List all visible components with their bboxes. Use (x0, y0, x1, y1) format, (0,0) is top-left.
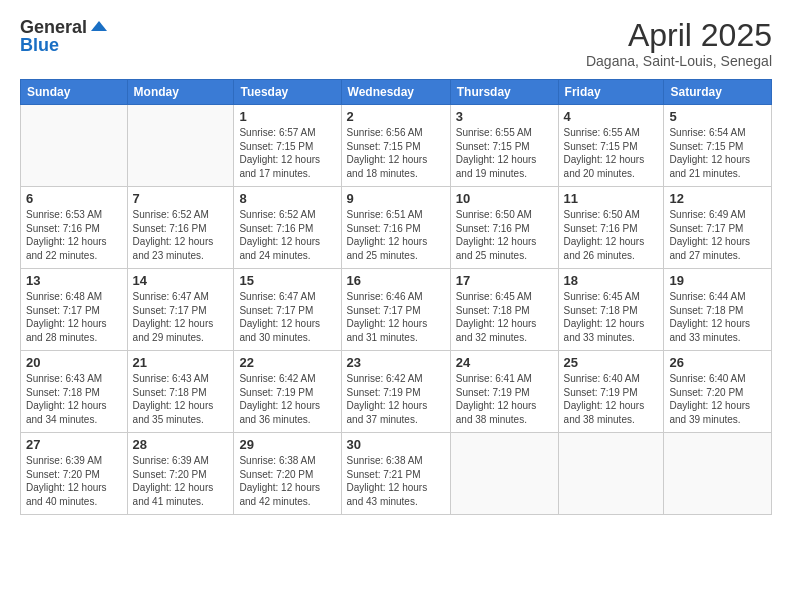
title-month: April 2025 (586, 18, 772, 53)
logo: General Blue (20, 18, 107, 54)
day-number: 6 (26, 191, 122, 206)
calendar-cell (450, 433, 558, 515)
calendar-cell: 7Sunrise: 6:52 AMSunset: 7:16 PMDaylight… (127, 187, 234, 269)
logo-general: General (20, 18, 87, 36)
week-row-1: 1Sunrise: 6:57 AMSunset: 7:15 PMDaylight… (21, 105, 772, 187)
day-info: Sunrise: 6:46 AMSunset: 7:17 PMDaylight:… (347, 290, 445, 344)
calendar-cell: 1Sunrise: 6:57 AMSunset: 7:15 PMDaylight… (234, 105, 341, 187)
calendar-cell: 5Sunrise: 6:54 AMSunset: 7:15 PMDaylight… (664, 105, 772, 187)
day-info: Sunrise: 6:49 AMSunset: 7:17 PMDaylight:… (669, 208, 766, 262)
title-location: Dagana, Saint-Louis, Senegal (586, 53, 772, 69)
day-number: 12 (669, 191, 766, 206)
weekday-header-wednesday: Wednesday (341, 80, 450, 105)
calendar-cell (21, 105, 128, 187)
calendar-cell: 30Sunrise: 6:38 AMSunset: 7:21 PMDayligh… (341, 433, 450, 515)
day-info: Sunrise: 6:52 AMSunset: 7:16 PMDaylight:… (239, 208, 335, 262)
weekday-header-row: SundayMondayTuesdayWednesdayThursdayFrid… (21, 80, 772, 105)
svg-marker-0 (91, 21, 107, 31)
day-info: Sunrise: 6:41 AMSunset: 7:19 PMDaylight:… (456, 372, 553, 426)
calendar-cell: 29Sunrise: 6:38 AMSunset: 7:20 PMDayligh… (234, 433, 341, 515)
day-number: 14 (133, 273, 229, 288)
calendar-cell: 15Sunrise: 6:47 AMSunset: 7:17 PMDayligh… (234, 269, 341, 351)
day-info: Sunrise: 6:54 AMSunset: 7:15 PMDaylight:… (669, 126, 766, 180)
day-number: 1 (239, 109, 335, 124)
day-number: 27 (26, 437, 122, 452)
calendar-cell: 8Sunrise: 6:52 AMSunset: 7:16 PMDaylight… (234, 187, 341, 269)
day-info: Sunrise: 6:40 AMSunset: 7:20 PMDaylight:… (669, 372, 766, 426)
title-block: April 2025 Dagana, Saint-Louis, Senegal (586, 18, 772, 69)
calendar-cell: 26Sunrise: 6:40 AMSunset: 7:20 PMDayligh… (664, 351, 772, 433)
calendar-cell: 25Sunrise: 6:40 AMSunset: 7:19 PMDayligh… (558, 351, 664, 433)
day-number: 3 (456, 109, 553, 124)
week-row-2: 6Sunrise: 6:53 AMSunset: 7:16 PMDaylight… (21, 187, 772, 269)
calendar-cell: 9Sunrise: 6:51 AMSunset: 7:16 PMDaylight… (341, 187, 450, 269)
calendar-cell: 12Sunrise: 6:49 AMSunset: 7:17 PMDayligh… (664, 187, 772, 269)
day-info: Sunrise: 6:51 AMSunset: 7:16 PMDaylight:… (347, 208, 445, 262)
day-info: Sunrise: 6:50 AMSunset: 7:16 PMDaylight:… (456, 208, 553, 262)
calendar-cell: 17Sunrise: 6:45 AMSunset: 7:18 PMDayligh… (450, 269, 558, 351)
calendar-cell: 14Sunrise: 6:47 AMSunset: 7:17 PMDayligh… (127, 269, 234, 351)
day-number: 29 (239, 437, 335, 452)
calendar-cell: 2Sunrise: 6:56 AMSunset: 7:15 PMDaylight… (341, 105, 450, 187)
calendar-cell (558, 433, 664, 515)
calendar-cell: 3Sunrise: 6:55 AMSunset: 7:15 PMDaylight… (450, 105, 558, 187)
calendar-cell: 27Sunrise: 6:39 AMSunset: 7:20 PMDayligh… (21, 433, 128, 515)
calendar-cell: 10Sunrise: 6:50 AMSunset: 7:16 PMDayligh… (450, 187, 558, 269)
day-info: Sunrise: 6:43 AMSunset: 7:18 PMDaylight:… (133, 372, 229, 426)
day-number: 11 (564, 191, 659, 206)
calendar-cell: 18Sunrise: 6:45 AMSunset: 7:18 PMDayligh… (558, 269, 664, 351)
calendar-cell: 24Sunrise: 6:41 AMSunset: 7:19 PMDayligh… (450, 351, 558, 433)
day-number: 24 (456, 355, 553, 370)
logo-icon (89, 17, 107, 35)
day-info: Sunrise: 6:55 AMSunset: 7:15 PMDaylight:… (456, 126, 553, 180)
week-row-5: 27Sunrise: 6:39 AMSunset: 7:20 PMDayligh… (21, 433, 772, 515)
day-number: 2 (347, 109, 445, 124)
day-number: 19 (669, 273, 766, 288)
day-info: Sunrise: 6:56 AMSunset: 7:15 PMDaylight:… (347, 126, 445, 180)
day-info: Sunrise: 6:53 AMSunset: 7:16 PMDaylight:… (26, 208, 122, 262)
calendar-cell: 21Sunrise: 6:43 AMSunset: 7:18 PMDayligh… (127, 351, 234, 433)
day-number: 13 (26, 273, 122, 288)
day-info: Sunrise: 6:44 AMSunset: 7:18 PMDaylight:… (669, 290, 766, 344)
calendar-cell: 11Sunrise: 6:50 AMSunset: 7:16 PMDayligh… (558, 187, 664, 269)
weekday-header-friday: Friday (558, 80, 664, 105)
day-info: Sunrise: 6:42 AMSunset: 7:19 PMDaylight:… (347, 372, 445, 426)
day-info: Sunrise: 6:55 AMSunset: 7:15 PMDaylight:… (564, 126, 659, 180)
day-number: 4 (564, 109, 659, 124)
weekday-header-sunday: Sunday (21, 80, 128, 105)
page: General Blue April 2025 Dagana, Saint-Lo… (0, 0, 792, 612)
logo-blue: Blue (20, 36, 107, 54)
day-number: 30 (347, 437, 445, 452)
day-number: 23 (347, 355, 445, 370)
calendar-cell: 19Sunrise: 6:44 AMSunset: 7:18 PMDayligh… (664, 269, 772, 351)
calendar-cell: 16Sunrise: 6:46 AMSunset: 7:17 PMDayligh… (341, 269, 450, 351)
day-info: Sunrise: 6:45 AMSunset: 7:18 PMDaylight:… (564, 290, 659, 344)
day-info: Sunrise: 6:50 AMSunset: 7:16 PMDaylight:… (564, 208, 659, 262)
day-number: 9 (347, 191, 445, 206)
day-info: Sunrise: 6:48 AMSunset: 7:17 PMDaylight:… (26, 290, 122, 344)
weekday-header-thursday: Thursday (450, 80, 558, 105)
day-info: Sunrise: 6:39 AMSunset: 7:20 PMDaylight:… (26, 454, 122, 508)
week-row-3: 13Sunrise: 6:48 AMSunset: 7:17 PMDayligh… (21, 269, 772, 351)
day-number: 17 (456, 273, 553, 288)
day-number: 20 (26, 355, 122, 370)
header: General Blue April 2025 Dagana, Saint-Lo… (20, 18, 772, 69)
day-number: 21 (133, 355, 229, 370)
day-number: 18 (564, 273, 659, 288)
day-number: 5 (669, 109, 766, 124)
day-number: 28 (133, 437, 229, 452)
day-info: Sunrise: 6:52 AMSunset: 7:16 PMDaylight:… (133, 208, 229, 262)
day-info: Sunrise: 6:42 AMSunset: 7:19 PMDaylight:… (239, 372, 335, 426)
day-info: Sunrise: 6:43 AMSunset: 7:18 PMDaylight:… (26, 372, 122, 426)
day-info: Sunrise: 6:47 AMSunset: 7:17 PMDaylight:… (133, 290, 229, 344)
day-number: 10 (456, 191, 553, 206)
weekday-header-saturday: Saturday (664, 80, 772, 105)
calendar-cell: 23Sunrise: 6:42 AMSunset: 7:19 PMDayligh… (341, 351, 450, 433)
day-number: 7 (133, 191, 229, 206)
day-info: Sunrise: 6:39 AMSunset: 7:20 PMDaylight:… (133, 454, 229, 508)
calendar-cell (127, 105, 234, 187)
weekday-header-tuesday: Tuesday (234, 80, 341, 105)
day-number: 8 (239, 191, 335, 206)
day-info: Sunrise: 6:38 AMSunset: 7:21 PMDaylight:… (347, 454, 445, 508)
weekday-header-monday: Monday (127, 80, 234, 105)
